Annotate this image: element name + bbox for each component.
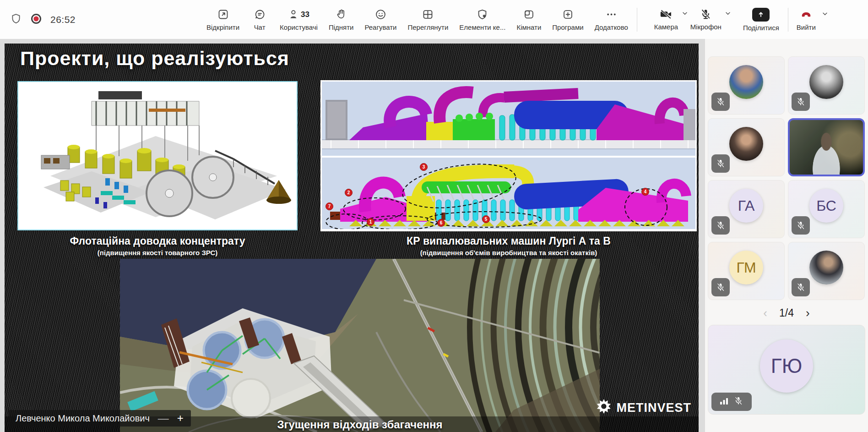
recording-indicator-icon[interactable] <box>29 12 43 27</box>
security-shield-icon[interactable] <box>10 13 22 27</box>
leave-chevron-down-icon[interactable] <box>821 10 829 19</box>
host-tools-shield-icon <box>476 8 488 21</box>
more-dots-icon <box>605 8 618 21</box>
participant-tile-3[interactable] <box>708 118 785 176</box>
share-screen-button[interactable]: Поділитися <box>739 5 783 34</box>
raise-hand-icon <box>335 8 347 21</box>
participant-avatar <box>729 127 763 161</box>
participants-count: 33 <box>301 10 309 19</box>
camera-chevron-down-icon[interactable] <box>681 10 689 18</box>
presenter-name: Левченко Микола Миколайович <box>16 413 150 424</box>
participant-tile-8[interactable] <box>788 242 865 300</box>
spotlight-status-badge <box>711 393 752 411</box>
metinvest-logo: METINVEST <box>596 399 691 416</box>
machine-render-bottom <box>322 158 695 229</box>
leave-meeting-button[interactable]: Вийти <box>793 5 830 34</box>
zoom-out-button[interactable]: — <box>158 413 169 424</box>
chat-icon <box>254 8 266 21</box>
meeting-toolbar: 26:52 Відкріпити Чат <box>0 0 868 39</box>
participant-tile-7[interactable]: ГМ <box>708 242 785 300</box>
participant-tile-2[interactable] <box>788 56 865 115</box>
mic-muted-badge <box>711 93 730 111</box>
mic-muted-icon <box>733 396 743 408</box>
apps-button[interactable]: Програми <box>548 5 587 34</box>
apps-plus-icon <box>562 8 574 21</box>
view-button[interactable]: Переглянути <box>404 5 453 34</box>
share-screen-icon <box>752 8 770 22</box>
annotation-badge-7: 7 <box>326 202 333 210</box>
figure-tailings-aerial <box>120 259 600 432</box>
participant-tile-5[interactable]: ГА <box>708 180 785 238</box>
unpin-icon <box>217 8 229 21</box>
camera-button[interactable]: Камера <box>653 5 689 33</box>
gallery-page-indicator: 1/4 <box>779 307 794 319</box>
mic-off-icon <box>700 8 712 21</box>
speaker-video-silhouette <box>803 130 849 176</box>
react-smiley-icon <box>374 8 387 21</box>
camera-off-icon <box>659 8 673 21</box>
gallery-pagination: ‹ 1/4 › <box>708 301 865 325</box>
active-speaker-video-tile[interactable] <box>788 118 865 176</box>
microphone-chevron-down-icon[interactable] <box>724 10 732 18</box>
mic-muted-badge <box>711 278 730 296</box>
participants-sidebar: ГА БС <box>705 39 868 432</box>
annotation-badge-6: 6 <box>437 219 445 227</box>
participant-avatar <box>729 65 763 99</box>
participant-avatar <box>809 65 843 99</box>
mic-muted-badge <box>792 93 810 111</box>
microphone-button[interactable]: Мікрофон <box>689 5 732 33</box>
shared-screen-area: Проекти, що реалізуються <box>0 39 705 432</box>
participants-button[interactable]: 33 Користувачі <box>276 5 322 34</box>
more-button[interactable]: Додатково <box>591 5 632 34</box>
machine-render-top <box>322 82 695 156</box>
presenter-name-pill: Левченко Микола Миколайович — + <box>8 410 191 427</box>
participant-tile-6[interactable]: БС <box>788 180 865 238</box>
leave-call-icon <box>798 8 814 21</box>
gallery-next-button[interactable]: › <box>806 307 810 319</box>
breakout-rooms-icon <box>523 8 535 21</box>
toolbar-divider-2 <box>788 8 788 32</box>
chat-button[interactable]: Чат <box>246 5 273 34</box>
participant-avatar-initials: БС <box>809 189 843 223</box>
mic-muted-badge <box>792 278 810 296</box>
machine-render-bottom-wrap: 3 2 7 1 6 5 4 <box>322 158 695 229</box>
slide-title: Проекти, що реалізуються <box>20 47 289 70</box>
annotation-badge-4: 4 <box>641 188 649 196</box>
caption-lurgi: КР випалювальних машин Лургі А та В (під… <box>320 235 697 257</box>
annotation-badge-3: 3 <box>420 163 428 171</box>
meeting-timer: 26:52 <box>50 14 76 25</box>
mic-muted-badge <box>711 154 730 173</box>
signal-strength-icon <box>720 397 729 407</box>
figure-lurgi-machines: 3 2 7 1 6 5 4 <box>320 80 697 231</box>
figure-flotation-plant <box>17 81 298 230</box>
mic-muted-badge <box>711 216 730 235</box>
spotlight-participant-tile[interactable]: ГЮ <box>708 325 865 415</box>
unpin-button[interactable]: Відкріпити <box>202 5 244 34</box>
participant-tile-1[interactable] <box>708 56 785 115</box>
mic-muted-badge <box>792 216 810 235</box>
annotation-badge-5: 5 <box>482 215 490 223</box>
toolbar-divider <box>637 8 637 32</box>
participant-avatar <box>809 251 843 284</box>
annotation-badge-1: 1 <box>367 218 374 226</box>
zoom-in-button[interactable]: + <box>177 413 184 424</box>
gallery-prev-button[interactable]: ‹ <box>763 307 767 319</box>
breakout-rooms-button[interactable]: Кімнати <box>512 5 545 34</box>
react-button[interactable]: Реагувати <box>360 5 401 34</box>
raise-hand-button[interactable]: Підняти <box>325 5 358 34</box>
spotlight-avatar-initials: ГЮ <box>760 339 813 393</box>
caption-tailings: Згущення відходів збагачення <box>120 418 600 431</box>
participant-avatar-initials: ГА <box>729 189 763 223</box>
metinvest-logo-icon <box>596 399 612 416</box>
participant-avatar-initials: ГМ <box>729 251 763 284</box>
participants-icon <box>288 8 300 21</box>
annotation-badge-2: 2 <box>345 189 353 197</box>
caption-flotation: Флотаційна доводка концентрату (підвищен… <box>17 235 298 257</box>
view-grid-icon <box>422 8 434 21</box>
presentation-slide: Проекти, що реалізуються <box>5 44 699 432</box>
host-tools-button[interactable]: Елементи ке... <box>455 5 510 34</box>
